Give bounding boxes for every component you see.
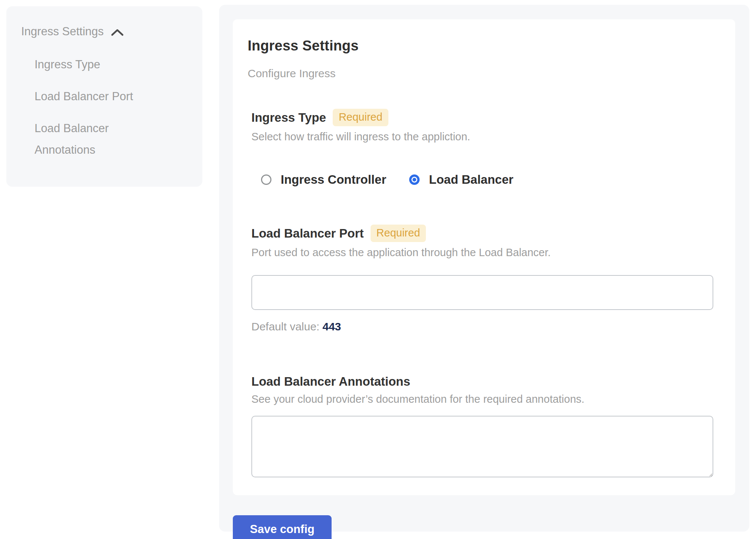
radio-button-load-balancer[interactable]: [409, 174, 420, 185]
load-balancer-annotations-textarea[interactable]: [251, 416, 713, 477]
save-config-button[interactable]: Save config: [233, 515, 332, 539]
radio-option-load-balancer[interactable]: Load Balancer: [409, 173, 513, 187]
chevron-up-icon: [110, 26, 124, 37]
default-value-prefix: Default value:: [251, 320, 319, 333]
required-badge: Required: [333, 109, 388, 126]
sidebar-item-ingress-type[interactable]: Ingress Type: [35, 54, 157, 75]
config-main-panel: Ingress Settings Configure Ingress Ingre…: [219, 5, 749, 532]
field-label-ingress-type: Ingress Type: [251, 111, 326, 125]
ingress-settings-card: Ingress Settings Configure Ingress Ingre…: [233, 19, 735, 495]
field-help-ingress-type: Select how traffic will ingress to the a…: [251, 131, 720, 143]
field-load-balancer-port: Load Balancer Port Required Port used to…: [251, 225, 720, 333]
field-help-load-balancer-annotations: See your cloud provider’s documentation …: [251, 393, 720, 405]
radio-button-ingress-controller[interactable]: [261, 174, 271, 185]
radio-option-ingress-controller[interactable]: Ingress Controller: [261, 173, 386, 187]
default-value-number: 443: [322, 320, 341, 333]
page-title: Ingress Settings: [248, 38, 720, 54]
sidebar-group-ingress-settings[interactable]: Ingress Settings: [21, 25, 188, 38]
required-badge: Required: [371, 225, 426, 242]
sidebar-item-load-balancer-port[interactable]: Load Balancer Port: [35, 86, 157, 107]
ingress-type-radio-group: Ingress Controller Load Balancer: [261, 173, 720, 187]
load-balancer-port-input[interactable]: [251, 275, 713, 310]
radio-label-ingress-controller: Ingress Controller: [281, 173, 386, 187]
sidebar-item-list: Ingress Type Load Balancer Port Load Bal…: [21, 54, 188, 161]
field-label-load-balancer-port: Load Balancer Port: [251, 226, 364, 241]
settings-nav-sidebar: Ingress Settings Ingress Type Load Balan…: [6, 6, 202, 187]
sidebar-item-load-balancer-annotations[interactable]: Load Balancer Annotations: [35, 118, 157, 161]
field-label-load-balancer-annotations: Load Balancer Annotations: [251, 375, 410, 389]
page-subtitle: Configure Ingress: [248, 67, 720, 80]
sidebar-group-label: Ingress Settings: [21, 25, 104, 38]
field-load-balancer-annotations: Load Balancer Annotations See your cloud…: [251, 375, 720, 477]
field-ingress-type: Ingress Type Required Select how traffic…: [251, 109, 720, 187]
field-help-load-balancer-port: Port used to access the application thro…: [251, 246, 720, 259]
default-value-note: Default value:443: [251, 320, 720, 333]
radio-label-load-balancer: Load Balancer: [429, 173, 513, 187]
